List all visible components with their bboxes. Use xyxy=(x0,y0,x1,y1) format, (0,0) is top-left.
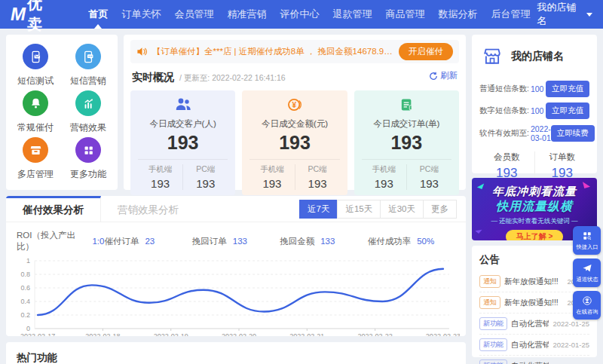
app-more-features[interactable]: 更多功能 xyxy=(62,136,115,182)
orders-stat: 订单数 193 xyxy=(535,151,590,181)
row-value: 2022-03-01 xyxy=(531,124,551,142)
nav-item-marketing[interactable]: 精准营销 xyxy=(220,0,273,29)
announcement-text: 自动化营销功能上线 xyxy=(511,361,549,364)
online-support-button[interactable]: 在线咨询 xyxy=(573,291,601,320)
x-tick: 2022-02-23 xyxy=(426,332,460,336)
storefront-icon xyxy=(481,45,504,68)
kpi-label: 挽回金额 xyxy=(280,236,314,247)
channel-status-button[interactable]: 通道状态 xyxy=(573,258,601,287)
shop-card: 我的店铺名 普通短信条数: 100 立即充值 数字短信条数: 100 立即充值 … xyxy=(472,35,597,173)
account-menu[interactable]: 我的店铺名 xyxy=(537,1,592,28)
range-15d-button[interactable]: 近15天 xyxy=(337,200,381,219)
phone-chat-icon xyxy=(75,44,101,69)
nav-item-admin[interactable]: 后台管理 xyxy=(484,0,537,29)
app-sms-marketing[interactable]: 短信营销 xyxy=(62,42,115,89)
nav-item-order-care[interactable]: 订单关怀 xyxy=(115,0,167,29)
tab-reminder-analysis[interactable]: 催付效果分析 xyxy=(6,196,101,222)
banner-decor-triangle xyxy=(475,227,482,234)
mobile-value: 193 xyxy=(138,177,182,190)
sms-normal-row: 普通短信条数: 100 立即充值 xyxy=(479,81,589,97)
kpi-value: 23 xyxy=(145,237,155,246)
announcement-text: 新年放假通知!!! xyxy=(504,298,563,308)
store-icon xyxy=(23,137,48,163)
app-marketing-effect[interactable]: 营销效果 xyxy=(62,89,115,136)
range-30d-button[interactable]: 近30天 xyxy=(380,200,424,219)
mobile-value: 193 xyxy=(249,177,294,190)
date-range-group: 近7天 近15天 近30天 更多 xyxy=(300,196,466,222)
nav-item-analytics[interactable]: 数据分析 xyxy=(431,0,484,29)
refresh-label: 刷新 xyxy=(440,70,458,81)
app-label: 营销效果 xyxy=(70,121,106,134)
stat-label: 今日成交金额(元) xyxy=(249,118,339,130)
announcement-text: 自动化营销功能上线 xyxy=(511,340,549,350)
banner-subtitle: — 还能实时查看无线关键词 — xyxy=(472,217,597,226)
kpi-label: ROI（投入产出比） xyxy=(17,230,86,252)
pc-label: PC端 xyxy=(407,164,451,175)
announcement-date: 2022-01-25 xyxy=(552,320,589,328)
chart-svg: 0 0.2 0.4 0.6 0.8 1 2022-02-17 2022-02-1… xyxy=(12,257,460,336)
overview-title: 实时概况 xyxy=(132,71,174,84)
refresh-button[interactable]: 刷新 xyxy=(429,70,458,81)
announcement-row[interactable]: 新功能 自动化营销功能上线 2022-01-25 xyxy=(479,335,589,356)
floater-label: 快捷入口 xyxy=(576,243,598,250)
stat-label: 今日成交客户(人) xyxy=(138,118,228,130)
customers-icon xyxy=(174,97,192,112)
nav-item-refunds[interactable]: 退款管理 xyxy=(326,0,378,29)
quick-entry-icon xyxy=(582,231,592,241)
announcement-row[interactable]: 新功能 自动化营销功能上线 2022-01-25 xyxy=(479,356,589,364)
shop-stats: 会员数 193 订单数 193 xyxy=(479,151,589,181)
app-multi-store[interactable]: 多店管理 xyxy=(9,136,62,182)
row-label: 软件有效期至: xyxy=(479,128,529,139)
announcement-date: 2022-01-25 xyxy=(552,341,589,349)
mobile-label: 手机端 xyxy=(138,164,182,175)
nav-item-label: 评价中心 xyxy=(280,8,319,20)
row-label: 数字短信条数: xyxy=(479,106,529,116)
nav-item-products[interactable]: 商品管理 xyxy=(378,0,431,29)
overview-card: 【订单催付】全***店 | 近期催付成功8单 ， 挽回金额14678.94元，催… xyxy=(124,35,466,190)
y-tick: 0.8 xyxy=(21,271,31,278)
nav-item-reviews[interactable]: 评价中心 xyxy=(273,0,326,29)
pc-value: 193 xyxy=(183,177,228,190)
tab-marketing-analysis[interactable]: 营销效果分析 xyxy=(101,196,195,222)
mobile-label: 手机端 xyxy=(362,164,406,175)
tab-label: 催付效果分析 xyxy=(23,203,84,217)
start-reminder-button[interactable]: 开启催付 xyxy=(399,43,453,60)
x-tick: 2022-02-17 xyxy=(20,332,55,336)
banner-cta-button[interactable]: 马上了解 > xyxy=(506,230,564,240)
mobile-label: 手机端 xyxy=(249,164,294,175)
y-tick: 0 xyxy=(26,325,30,332)
nav-item-label: 精准营销 xyxy=(227,8,266,20)
nav-item-label: 首页 xyxy=(88,8,108,20)
nav-item-members[interactable]: 会员管理 xyxy=(167,0,220,29)
quick-entry-button[interactable]: 快捷入口 xyxy=(573,226,601,255)
nav-item-home[interactable]: 首页 xyxy=(81,0,115,29)
nav-menu: 首页 订单关怀 会员管理 精准营销 评价中心 退款管理 商品管理 数据分析 后台… xyxy=(81,0,537,29)
banner-headline: 年底冲刺看流量 xyxy=(472,185,597,199)
y-tick: 0.6 xyxy=(21,284,31,292)
svg-text:¥: ¥ xyxy=(292,100,296,109)
customers-stat-card: 今日成交客户(人) 193 手机端193 PC端193 xyxy=(130,90,235,195)
chevron-down-icon xyxy=(586,13,592,17)
feature-badge: 新功能 xyxy=(479,338,507,351)
stat-value: 193 xyxy=(362,132,451,154)
recharge-button[interactable]: 立即充值 xyxy=(546,81,589,97)
speaker-icon xyxy=(136,46,148,57)
stat-label: 订单数 xyxy=(535,151,590,163)
x-tick: 2022-02-19 xyxy=(154,332,188,336)
orders-stat-card: 今日成交订单(单) 193 手机端193 PC端193 xyxy=(354,90,459,195)
feature-badge: 新功能 xyxy=(479,317,507,330)
app-payment-reminder[interactable]: 常规催付 xyxy=(9,89,62,136)
app-label: 多店管理 xyxy=(17,168,54,181)
renew-button[interactable]: 立即续费 xyxy=(551,125,595,142)
kpi-success-rate: 催付成功率50% xyxy=(368,230,455,252)
kpi-value: 133 xyxy=(320,237,335,246)
app-label: 短信测试 xyxy=(17,75,54,87)
range-7d-button[interactable]: 近7天 xyxy=(299,200,338,219)
range-more-button[interactable]: 更多 xyxy=(423,200,457,219)
kpi-label: 催付订单 xyxy=(104,236,139,247)
recharge-button[interactable]: 立即充值 xyxy=(546,102,589,119)
app-sms-test[interactable]: 短信测试 xyxy=(9,42,62,89)
shop-header: 我的店铺名 xyxy=(479,44,589,75)
kpi-value: 1:0 xyxy=(92,237,104,246)
pc-label: PC端 xyxy=(295,164,340,175)
